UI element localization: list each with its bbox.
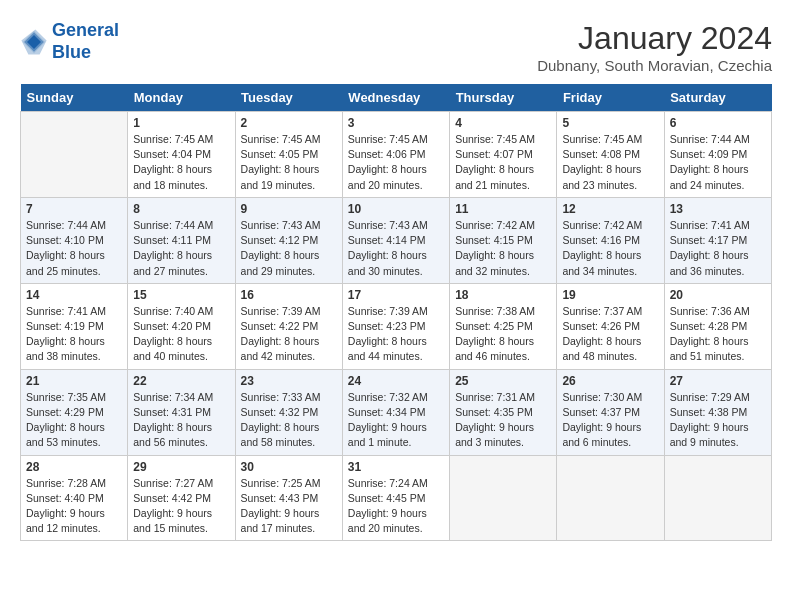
calendar-table: SundayMondayTuesdayWednesdayThursdayFrid… bbox=[20, 84, 772, 541]
day-number: 26 bbox=[562, 374, 658, 388]
logo-icon bbox=[20, 28, 48, 56]
calendar-cell: 17Sunrise: 7:39 AMSunset: 4:23 PMDayligh… bbox=[342, 283, 449, 369]
day-info: Sunrise: 7:28 AMSunset: 4:40 PMDaylight:… bbox=[26, 476, 122, 537]
calendar-cell: 27Sunrise: 7:29 AMSunset: 4:38 PMDayligh… bbox=[664, 369, 771, 455]
calendar-cell: 31Sunrise: 7:24 AMSunset: 4:45 PMDayligh… bbox=[342, 455, 449, 541]
day-info: Sunrise: 7:45 AMSunset: 4:08 PMDaylight:… bbox=[562, 132, 658, 193]
calendar-cell: 6Sunrise: 7:44 AMSunset: 4:09 PMDaylight… bbox=[664, 112, 771, 198]
day-info: Sunrise: 7:34 AMSunset: 4:31 PMDaylight:… bbox=[133, 390, 229, 451]
day-info: Sunrise: 7:45 AMSunset: 4:04 PMDaylight:… bbox=[133, 132, 229, 193]
day-info: Sunrise: 7:42 AMSunset: 4:16 PMDaylight:… bbox=[562, 218, 658, 279]
day-info: Sunrise: 7:27 AMSunset: 4:42 PMDaylight:… bbox=[133, 476, 229, 537]
day-number: 28 bbox=[26, 460, 122, 474]
day-info: Sunrise: 7:45 AMSunset: 4:07 PMDaylight:… bbox=[455, 132, 551, 193]
day-info: Sunrise: 7:39 AMSunset: 4:23 PMDaylight:… bbox=[348, 304, 444, 365]
day-number: 8 bbox=[133, 202, 229, 216]
calendar-cell: 16Sunrise: 7:39 AMSunset: 4:22 PMDayligh… bbox=[235, 283, 342, 369]
calendar-cell: 10Sunrise: 7:43 AMSunset: 4:14 PMDayligh… bbox=[342, 197, 449, 283]
day-info: Sunrise: 7:38 AMSunset: 4:25 PMDaylight:… bbox=[455, 304, 551, 365]
day-number: 22 bbox=[133, 374, 229, 388]
calendar-cell: 21Sunrise: 7:35 AMSunset: 4:29 PMDayligh… bbox=[21, 369, 128, 455]
calendar-cell: 8Sunrise: 7:44 AMSunset: 4:11 PMDaylight… bbox=[128, 197, 235, 283]
day-number: 14 bbox=[26, 288, 122, 302]
weekday-header-wednesday: Wednesday bbox=[342, 84, 449, 112]
day-number: 29 bbox=[133, 460, 229, 474]
calendar-week-row: 7Sunrise: 7:44 AMSunset: 4:10 PMDaylight… bbox=[21, 197, 772, 283]
calendar-cell: 24Sunrise: 7:32 AMSunset: 4:34 PMDayligh… bbox=[342, 369, 449, 455]
day-number: 25 bbox=[455, 374, 551, 388]
calendar-cell: 2Sunrise: 7:45 AMSunset: 4:05 PMDaylight… bbox=[235, 112, 342, 198]
day-number: 12 bbox=[562, 202, 658, 216]
calendar-cell: 14Sunrise: 7:41 AMSunset: 4:19 PMDayligh… bbox=[21, 283, 128, 369]
calendar-cell: 1Sunrise: 7:45 AMSunset: 4:04 PMDaylight… bbox=[128, 112, 235, 198]
day-info: Sunrise: 7:45 AMSunset: 4:06 PMDaylight:… bbox=[348, 132, 444, 193]
day-info: Sunrise: 7:40 AMSunset: 4:20 PMDaylight:… bbox=[133, 304, 229, 365]
calendar-cell: 22Sunrise: 7:34 AMSunset: 4:31 PMDayligh… bbox=[128, 369, 235, 455]
weekday-header-thursday: Thursday bbox=[450, 84, 557, 112]
calendar-cell bbox=[664, 455, 771, 541]
day-number: 21 bbox=[26, 374, 122, 388]
calendar-week-row: 1Sunrise: 7:45 AMSunset: 4:04 PMDaylight… bbox=[21, 112, 772, 198]
day-info: Sunrise: 7:32 AMSunset: 4:34 PMDaylight:… bbox=[348, 390, 444, 451]
day-number: 16 bbox=[241, 288, 337, 302]
page-header: General Blue January 2024 Dubnany, South… bbox=[20, 20, 772, 74]
day-number: 6 bbox=[670, 116, 766, 130]
day-number: 7 bbox=[26, 202, 122, 216]
day-number: 15 bbox=[133, 288, 229, 302]
calendar-cell: 12Sunrise: 7:42 AMSunset: 4:16 PMDayligh… bbox=[557, 197, 664, 283]
day-number: 23 bbox=[241, 374, 337, 388]
calendar-cell: 13Sunrise: 7:41 AMSunset: 4:17 PMDayligh… bbox=[664, 197, 771, 283]
calendar-cell: 4Sunrise: 7:45 AMSunset: 4:07 PMDaylight… bbox=[450, 112, 557, 198]
day-number: 20 bbox=[670, 288, 766, 302]
day-info: Sunrise: 7:24 AMSunset: 4:45 PMDaylight:… bbox=[348, 476, 444, 537]
calendar-cell: 19Sunrise: 7:37 AMSunset: 4:26 PMDayligh… bbox=[557, 283, 664, 369]
day-info: Sunrise: 7:30 AMSunset: 4:37 PMDaylight:… bbox=[562, 390, 658, 451]
day-info: Sunrise: 7:44 AMSunset: 4:10 PMDaylight:… bbox=[26, 218, 122, 279]
day-number: 18 bbox=[455, 288, 551, 302]
day-number: 1 bbox=[133, 116, 229, 130]
calendar-cell: 5Sunrise: 7:45 AMSunset: 4:08 PMDaylight… bbox=[557, 112, 664, 198]
day-info: Sunrise: 7:35 AMSunset: 4:29 PMDaylight:… bbox=[26, 390, 122, 451]
day-info: Sunrise: 7:41 AMSunset: 4:19 PMDaylight:… bbox=[26, 304, 122, 365]
calendar-cell: 15Sunrise: 7:40 AMSunset: 4:20 PMDayligh… bbox=[128, 283, 235, 369]
day-number: 31 bbox=[348, 460, 444, 474]
day-number: 4 bbox=[455, 116, 551, 130]
calendar-cell bbox=[21, 112, 128, 198]
day-number: 2 bbox=[241, 116, 337, 130]
calendar-cell: 29Sunrise: 7:27 AMSunset: 4:42 PMDayligh… bbox=[128, 455, 235, 541]
day-number: 11 bbox=[455, 202, 551, 216]
day-info: Sunrise: 7:33 AMSunset: 4:32 PMDaylight:… bbox=[241, 390, 337, 451]
weekday-header-row: SundayMondayTuesdayWednesdayThursdayFrid… bbox=[21, 84, 772, 112]
calendar-cell: 28Sunrise: 7:28 AMSunset: 4:40 PMDayligh… bbox=[21, 455, 128, 541]
day-number: 27 bbox=[670, 374, 766, 388]
day-number: 30 bbox=[241, 460, 337, 474]
day-number: 10 bbox=[348, 202, 444, 216]
day-info: Sunrise: 7:43 AMSunset: 4:14 PMDaylight:… bbox=[348, 218, 444, 279]
day-info: Sunrise: 7:29 AMSunset: 4:38 PMDaylight:… bbox=[670, 390, 766, 451]
weekday-header-saturday: Saturday bbox=[664, 84, 771, 112]
day-number: 19 bbox=[562, 288, 658, 302]
day-info: Sunrise: 7:31 AMSunset: 4:35 PMDaylight:… bbox=[455, 390, 551, 451]
day-info: Sunrise: 7:41 AMSunset: 4:17 PMDaylight:… bbox=[670, 218, 766, 279]
day-info: Sunrise: 7:44 AMSunset: 4:09 PMDaylight:… bbox=[670, 132, 766, 193]
day-info: Sunrise: 7:42 AMSunset: 4:15 PMDaylight:… bbox=[455, 218, 551, 279]
calendar-cell: 11Sunrise: 7:42 AMSunset: 4:15 PMDayligh… bbox=[450, 197, 557, 283]
calendar-cell: 9Sunrise: 7:43 AMSunset: 4:12 PMDaylight… bbox=[235, 197, 342, 283]
day-info: Sunrise: 7:44 AMSunset: 4:11 PMDaylight:… bbox=[133, 218, 229, 279]
logo-text-blue: Blue bbox=[52, 42, 119, 64]
calendar-week-row: 14Sunrise: 7:41 AMSunset: 4:19 PMDayligh… bbox=[21, 283, 772, 369]
weekday-header-monday: Monday bbox=[128, 84, 235, 112]
day-info: Sunrise: 7:43 AMSunset: 4:12 PMDaylight:… bbox=[241, 218, 337, 279]
day-info: Sunrise: 7:45 AMSunset: 4:05 PMDaylight:… bbox=[241, 132, 337, 193]
day-number: 9 bbox=[241, 202, 337, 216]
logo: General Blue bbox=[20, 20, 119, 63]
calendar-week-row: 28Sunrise: 7:28 AMSunset: 4:40 PMDayligh… bbox=[21, 455, 772, 541]
day-info: Sunrise: 7:37 AMSunset: 4:26 PMDaylight:… bbox=[562, 304, 658, 365]
day-info: Sunrise: 7:39 AMSunset: 4:22 PMDaylight:… bbox=[241, 304, 337, 365]
day-number: 3 bbox=[348, 116, 444, 130]
day-number: 5 bbox=[562, 116, 658, 130]
calendar-cell: 18Sunrise: 7:38 AMSunset: 4:25 PMDayligh… bbox=[450, 283, 557, 369]
calendar-cell: 3Sunrise: 7:45 AMSunset: 4:06 PMDaylight… bbox=[342, 112, 449, 198]
logo-text-general: General bbox=[52, 20, 119, 42]
day-info: Sunrise: 7:36 AMSunset: 4:28 PMDaylight:… bbox=[670, 304, 766, 365]
